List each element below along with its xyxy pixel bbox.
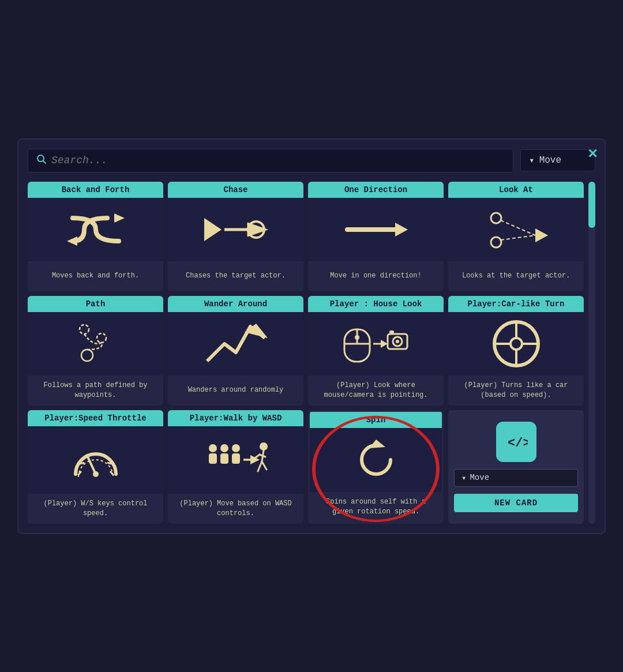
- svg-line-13: [501, 235, 535, 240]
- search-wrapper: [28, 149, 513, 172]
- card-title: Chase: [168, 182, 303, 198]
- svg-rect-28: [389, 331, 394, 334]
- svg-point-15: [80, 325, 89, 334]
- svg-point-16: [97, 333, 106, 343]
- filter-dropdown[interactable]: ▾ Move: [520, 149, 595, 171]
- card-desc: Wanders around randomly: [168, 376, 303, 406]
- chevron-down-icon: ▾: [529, 155, 535, 166]
- svg-point-30: [511, 338, 522, 350]
- svg-line-51: [258, 461, 262, 471]
- svg-point-11: [491, 237, 501, 247]
- card-desc: (Player) Look where mouse/camera is poin…: [308, 376, 444, 406]
- svg-point-10: [491, 213, 501, 223]
- svg-marker-24: [381, 340, 388, 348]
- card-icon-area: [168, 426, 303, 494]
- card-speed-throttle[interactable]: Player:Speed Throttle (Player) W/S keys …: [28, 410, 163, 524]
- main-content: Back and Forth Moves back and forth. Cha…: [28, 182, 595, 524]
- new-card-dropdown[interactable]: ▾ Move: [454, 469, 578, 487]
- svg-line-35: [87, 456, 96, 474]
- card-desc: Move in one direction!: [308, 261, 444, 291]
- svg-line-12: [501, 220, 535, 235]
- svg-point-49: [260, 442, 268, 450]
- search-input[interactable]: [51, 155, 505, 166]
- card-icon-area: [448, 198, 584, 261]
- card-icon-area: [168, 198, 303, 261]
- close-button[interactable]: ✕: [587, 147, 598, 162]
- svg-marker-55: [369, 440, 385, 448]
- scrollbar-thumb: [588, 182, 595, 228]
- search-bar: ▾ Move: [28, 149, 595, 172]
- svg-line-40: [110, 471, 114, 475]
- svg-marker-14: [535, 228, 548, 242]
- card-desc: Chases the target actor.: [168, 261, 303, 291]
- svg-marker-18: [245, 324, 268, 338]
- card-icon-area: [308, 198, 444, 261]
- svg-marker-2: [67, 236, 77, 246]
- card-title: Player : House Look: [308, 296, 444, 312]
- new-card-icon-bg: </>: [496, 422, 536, 462]
- card-title: Path: [28, 296, 163, 312]
- svg-marker-3: [114, 213, 125, 223]
- svg-rect-46: [232, 453, 240, 464]
- svg-point-45: [232, 444, 240, 452]
- card-back-and-forth[interactable]: Back and Forth Moves back and forth.: [28, 182, 163, 291]
- svg-line-1: [43, 160, 46, 163]
- card-desc: Spins around self with a given rotation …: [310, 492, 442, 522]
- card-car-like-turn[interactable]: Player:Car-like Turn (Player) Turns like…: [448, 296, 584, 406]
- card-title: Look At: [448, 182, 584, 198]
- card-title: Spin: [310, 412, 442, 428]
- card-icon-area: [28, 198, 163, 261]
- card-icon-area: [448, 312, 584, 376]
- svg-point-36: [93, 471, 99, 477]
- card-title: Wander Around: [168, 296, 303, 312]
- card-desc: (Player) Move based on WASD controls.: [168, 494, 303, 524]
- card-desc: Looks at the target actor.: [448, 261, 584, 291]
- search-icon: [36, 154, 47, 167]
- card-title: One Direction: [308, 182, 444, 198]
- filter-label: Move: [539, 155, 561, 166]
- svg-point-17: [81, 350, 93, 361]
- new-card-panel: </> ▾ Move NEW CARD: [448, 410, 584, 524]
- svg-marker-4: [204, 218, 222, 241]
- svg-point-41: [209, 444, 217, 452]
- scrollbar[interactable]: [588, 182, 595, 524]
- card-icon-area: [28, 312, 163, 376]
- svg-line-38: [80, 463, 84, 464]
- card-desc: (Player) W/S keys control speed.: [28, 494, 163, 524]
- svg-point-22: [355, 335, 359, 340]
- card-icon-area: [308, 312, 444, 376]
- card-chase[interactable]: Chase Chases the target actor.: [168, 182, 303, 291]
- svg-point-43: [220, 444, 228, 452]
- new-card-button[interactable]: NEW CARD: [454, 494, 578, 512]
- svg-rect-44: [220, 453, 228, 464]
- card-title: Player:Car-like Turn: [448, 296, 584, 312]
- card-desc: Moves back and forth.: [28, 261, 163, 291]
- card-path[interactable]: Path Follows a path defined by waypoints…: [28, 296, 163, 406]
- card-icon-area: [28, 426, 163, 494]
- card-look-at[interactable]: Look At Looks at the target actor.: [448, 182, 584, 291]
- card-walk-wasd[interactable]: Player:Walk by WASD: [168, 410, 303, 524]
- svg-text:</>: </>: [508, 436, 528, 450]
- card-title: Back and Forth: [28, 182, 163, 198]
- card-grid: Back and Forth Moves back and forth. Cha…: [28, 182, 584, 524]
- svg-line-52: [262, 461, 267, 470]
- card-one-direction[interactable]: One Direction Move in one direction!: [308, 182, 444, 291]
- chevron-down-icon: ▾: [461, 473, 466, 483]
- card-icon-area: [168, 312, 303, 376]
- dialog: ✕ ▾ Move Back and Forth: [17, 138, 606, 534]
- card-title: Player:Speed Throttle: [28, 410, 163, 426]
- svg-line-54: [260, 455, 265, 457]
- svg-point-27: [396, 340, 399, 343]
- card-desc: Follows a path defined by waypoints.: [28, 376, 163, 406]
- card-wander-around[interactable]: Wander Around Wanders around randomly: [168, 296, 303, 406]
- card-title: Player:Walk by WASD: [168, 410, 303, 426]
- card-spin[interactable]: Spin Spins around self with a given rota…: [308, 410, 444, 524]
- card-icon-area: [310, 428, 442, 492]
- card-desc: (Player) Turns like a car (based on spee…: [448, 376, 584, 406]
- new-card-dropdown-label: Move: [470, 473, 489, 482]
- svg-line-39: [107, 463, 111, 464]
- svg-rect-42: [209, 453, 217, 464]
- svg-marker-9: [395, 223, 408, 236]
- card-player-house-look[interactable]: Player : House Look: [308, 296, 444, 406]
